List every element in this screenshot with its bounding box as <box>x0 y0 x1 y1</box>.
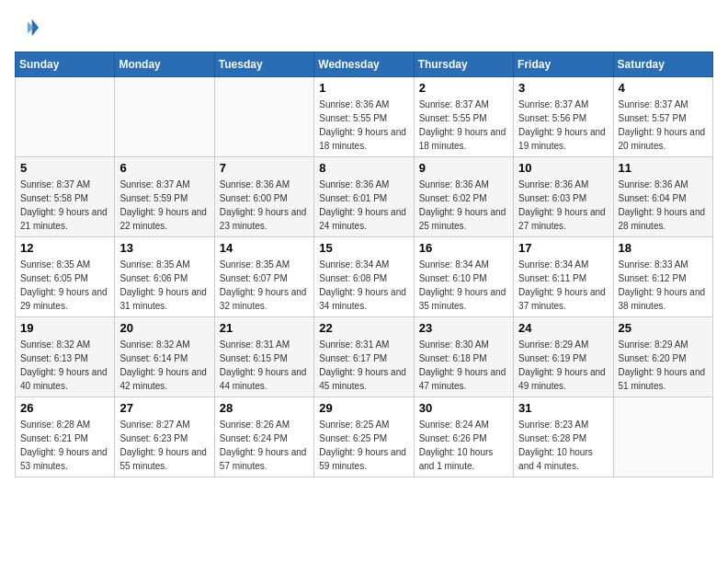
day-info: Sunrise: 8:37 AMSunset: 5:57 PMDaylight:… <box>619 98 708 153</box>
day-number: 8 <box>319 161 408 175</box>
week-row-2: 5Sunrise: 8:37 AMSunset: 5:58 PMDaylight… <box>16 157 713 237</box>
calendar-cell: 13Sunrise: 8:35 AMSunset: 6:06 PMDayligh… <box>115 237 214 317</box>
calendar-cell <box>16 77 115 157</box>
day-info: Sunrise: 8:37 AMSunset: 5:58 PMDaylight:… <box>20 178 109 233</box>
day-number: 30 <box>419 401 508 415</box>
header-thursday: Thursday <box>414 52 513 77</box>
day-info: Sunrise: 8:31 AMSunset: 6:17 PMDaylight:… <box>319 338 408 393</box>
calendar-cell: 10Sunrise: 8:36 AMSunset: 6:03 PMDayligh… <box>514 157 613 237</box>
calendar-cell: 7Sunrise: 8:36 AMSunset: 6:00 PMDaylight… <box>214 157 313 237</box>
day-number: 17 <box>518 241 608 255</box>
calendar-cell: 3Sunrise: 8:37 AMSunset: 5:56 PMDaylight… <box>514 77 613 157</box>
calendar-cell: 6Sunrise: 8:37 AMSunset: 5:59 PMDaylight… <box>115 157 214 237</box>
day-info: Sunrise: 8:31 AMSunset: 6:15 PMDaylight:… <box>220 338 309 393</box>
day-number: 31 <box>518 401 608 415</box>
calendar-cell: 9Sunrise: 8:36 AMSunset: 6:02 PMDaylight… <box>414 157 513 237</box>
calendar-cell <box>214 77 313 157</box>
calendar-cell: 27Sunrise: 8:27 AMSunset: 6:23 PMDayligh… <box>115 397 214 477</box>
day-number: 22 <box>319 321 408 335</box>
day-number: 11 <box>619 161 708 175</box>
day-number: 7 <box>220 161 309 175</box>
day-info: Sunrise: 8:24 AMSunset: 6:26 PMDaylight:… <box>419 418 508 473</box>
day-info: Sunrise: 8:27 AMSunset: 6:23 PMDaylight:… <box>119 418 209 473</box>
header-monday: Monday <box>115 52 214 77</box>
day-info: Sunrise: 8:35 AMSunset: 6:07 PMDaylight:… <box>220 258 309 313</box>
calendar-cell: 30Sunrise: 8:24 AMSunset: 6:26 PMDayligh… <box>414 397 513 477</box>
calendar-cell: 12Sunrise: 8:35 AMSunset: 6:05 PMDayligh… <box>16 237 115 317</box>
calendar-cell: 25Sunrise: 8:29 AMSunset: 6:20 PMDayligh… <box>613 317 712 397</box>
header-tuesday: Tuesday <box>214 52 313 77</box>
calendar-cell: 22Sunrise: 8:31 AMSunset: 6:17 PMDayligh… <box>314 317 414 397</box>
day-number: 21 <box>220 321 309 335</box>
day-info: Sunrise: 8:30 AMSunset: 6:18 PMDaylight:… <box>419 338 508 393</box>
day-number: 20 <box>119 321 209 335</box>
day-info: Sunrise: 8:32 AMSunset: 6:13 PMDaylight:… <box>20 338 109 393</box>
calendar-cell: 31Sunrise: 8:23 AMSunset: 6:28 PMDayligh… <box>514 397 613 477</box>
day-number: 18 <box>619 241 708 255</box>
calendar-cell: 5Sunrise: 8:37 AMSunset: 5:58 PMDaylight… <box>16 157 115 237</box>
day-number: 14 <box>220 241 309 255</box>
day-number: 19 <box>20 321 109 335</box>
calendar-cell: 29Sunrise: 8:25 AMSunset: 6:25 PMDayligh… <box>314 397 414 477</box>
calendar-cell: 18Sunrise: 8:33 AMSunset: 6:12 PMDayligh… <box>613 237 712 317</box>
day-info: Sunrise: 8:35 AMSunset: 6:05 PMDaylight:… <box>20 258 109 313</box>
calendar-cell: 17Sunrise: 8:34 AMSunset: 6:11 PMDayligh… <box>514 237 613 317</box>
day-number: 13 <box>119 241 209 255</box>
day-number: 28 <box>220 401 309 415</box>
week-row-4: 19Sunrise: 8:32 AMSunset: 6:13 PMDayligh… <box>16 317 713 397</box>
calendar-cell: 4Sunrise: 8:37 AMSunset: 5:57 PMDaylight… <box>613 77 712 157</box>
logo <box>15 15 44 40</box>
day-number: 26 <box>20 401 109 415</box>
day-info: Sunrise: 8:34 AMSunset: 6:10 PMDaylight:… <box>419 258 508 313</box>
header-saturday: Saturday <box>613 52 712 77</box>
day-number: 27 <box>119 401 209 415</box>
day-number: 29 <box>319 401 408 415</box>
day-info: Sunrise: 8:29 AMSunset: 6:19 PMDaylight:… <box>518 338 608 393</box>
calendar-cell: 14Sunrise: 8:35 AMSunset: 6:07 PMDayligh… <box>214 237 313 317</box>
day-info: Sunrise: 8:36 AMSunset: 6:03 PMDaylight:… <box>518 178 608 233</box>
day-info: Sunrise: 8:36 AMSunset: 5:55 PMDaylight:… <box>319 98 408 153</box>
day-number: 12 <box>20 241 109 255</box>
calendar-cell: 8Sunrise: 8:36 AMSunset: 6:01 PMDaylight… <box>314 157 414 237</box>
day-number: 9 <box>419 161 508 175</box>
calendar-cell: 19Sunrise: 8:32 AMSunset: 6:13 PMDayligh… <box>16 317 115 397</box>
day-info: Sunrise: 8:28 AMSunset: 6:21 PMDaylight:… <box>20 418 109 473</box>
week-row-3: 12Sunrise: 8:35 AMSunset: 6:05 PMDayligh… <box>16 237 713 317</box>
week-row-5: 26Sunrise: 8:28 AMSunset: 6:21 PMDayligh… <box>16 397 713 477</box>
day-info: Sunrise: 8:36 AMSunset: 6:01 PMDaylight:… <box>319 178 408 233</box>
calendar-cell: 23Sunrise: 8:30 AMSunset: 6:18 PMDayligh… <box>414 317 513 397</box>
calendar-cell: 11Sunrise: 8:36 AMSunset: 6:04 PMDayligh… <box>613 157 712 237</box>
day-info: Sunrise: 8:26 AMSunset: 6:24 PMDaylight:… <box>220 418 309 473</box>
day-number: 4 <box>619 81 708 95</box>
calendar-header-row: SundayMondayTuesdayWednesdayThursdayFrid… <box>16 52 713 77</box>
day-info: Sunrise: 8:25 AMSunset: 6:25 PMDaylight:… <box>319 418 408 473</box>
day-info: Sunrise: 8:23 AMSunset: 6:28 PMDaylight:… <box>518 418 608 473</box>
day-number: 25 <box>619 321 708 335</box>
calendar-cell: 26Sunrise: 8:28 AMSunset: 6:21 PMDayligh… <box>16 397 115 477</box>
calendar-cell: 1Sunrise: 8:36 AMSunset: 5:55 PMDaylight… <box>314 77 414 157</box>
day-info: Sunrise: 8:35 AMSunset: 6:06 PMDaylight:… <box>119 258 209 313</box>
day-number: 23 <box>419 321 508 335</box>
day-info: Sunrise: 8:37 AMSunset: 5:59 PMDaylight:… <box>119 178 209 233</box>
day-info: Sunrise: 8:32 AMSunset: 6:14 PMDaylight:… <box>119 338 209 393</box>
calendar-cell <box>613 397 712 477</box>
day-number: 3 <box>518 81 608 95</box>
day-info: Sunrise: 8:37 AMSunset: 5:56 PMDaylight:… <box>518 98 608 153</box>
calendar-cell <box>115 77 214 157</box>
calendar-cell: 2Sunrise: 8:37 AMSunset: 5:55 PMDaylight… <box>414 77 513 157</box>
day-info: Sunrise: 8:37 AMSunset: 5:55 PMDaylight:… <box>419 98 508 153</box>
page-header <box>15 15 713 40</box>
day-info: Sunrise: 8:34 AMSunset: 6:11 PMDaylight:… <box>518 258 608 313</box>
day-info: Sunrise: 8:36 AMSunset: 6:00 PMDaylight:… <box>220 178 309 233</box>
header-friday: Friday <box>514 52 613 77</box>
calendar-cell: 20Sunrise: 8:32 AMSunset: 6:14 PMDayligh… <box>115 317 214 397</box>
calendar-cell: 24Sunrise: 8:29 AMSunset: 6:19 PMDayligh… <box>514 317 613 397</box>
logo-icon <box>15 15 40 40</box>
day-number: 2 <box>419 81 508 95</box>
day-number: 1 <box>319 81 408 95</box>
day-number: 16 <box>419 241 508 255</box>
day-info: Sunrise: 8:33 AMSunset: 6:12 PMDaylight:… <box>619 258 708 313</box>
day-number: 6 <box>119 161 209 175</box>
day-number: 15 <box>319 241 408 255</box>
day-number: 5 <box>20 161 109 175</box>
